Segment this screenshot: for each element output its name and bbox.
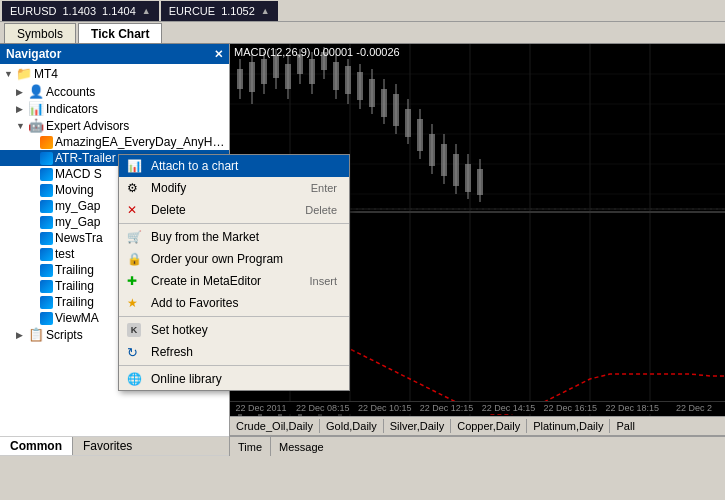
svg-rect-40	[381, 89, 387, 117]
time-6: 22 Dec 16:15	[539, 403, 601, 413]
bottom-tab-common[interactable]: Common	[0, 437, 73, 455]
ticker2-price: 1.1052	[221, 5, 255, 17]
ea-icon-1	[40, 136, 53, 149]
ctx-refresh[interactable]: ↻ Refresh	[119, 341, 349, 363]
create-icon: ✚	[127, 274, 137, 288]
ea-icon-viewma	[40, 312, 53, 325]
ea-icon-moving	[40, 184, 53, 197]
hotkey-icon: K	[127, 323, 141, 337]
ea-icon-atr	[40, 152, 53, 165]
nav-item-accounts[interactable]: ▶ 👤 Accounts	[0, 83, 229, 100]
svg-rect-34	[345, 66, 351, 94]
accounts-icon: 👤	[28, 84, 44, 99]
svg-rect-54	[465, 164, 471, 192]
symbol-copper[interactable]: Copper,Daily	[451, 419, 527, 433]
ticker-arrow-icon: ▲	[142, 6, 151, 16]
ticker-eurcue[interactable]: EURCUE 1.1052 ▲	[161, 1, 278, 21]
ea-icon-mygap1	[40, 200, 53, 213]
ctx-attach[interactable]: 📊 Attach to a chart	[119, 155, 349, 177]
chart-time-axis: 22 Dec 2011 22 Dec 08:15 22 Dec 10:15 22…	[230, 401, 725, 414]
svg-rect-52	[453, 154, 459, 186]
ctx-hotkey[interactable]: K Set hotkey	[119, 319, 349, 341]
time-7: 22 Dec 18:15	[601, 403, 663, 413]
create-shortcut: Insert	[309, 275, 337, 287]
svg-rect-20	[261, 59, 267, 84]
ctx-sep1	[119, 223, 349, 224]
svg-rect-28	[309, 59, 315, 84]
ea-item-1[interactable]: AmazingEA_EveryDay_AnyHou	[0, 134, 229, 150]
ctx-sep2	[119, 316, 349, 317]
ctx-delete[interactable]: ✕ Delete Delete	[119, 199, 349, 221]
ctx-modify[interactable]: ⚙ Modify Enter	[119, 177, 349, 199]
delete-icon: ✕	[127, 203, 137, 217]
symbol-platinum[interactable]: Platinum,Daily	[527, 419, 610, 433]
ctx-buy[interactable]: 🛒 Buy from the Market	[119, 226, 349, 248]
svg-rect-42	[393, 94, 399, 126]
tab-symbols[interactable]: Symbols	[4, 23, 76, 43]
ctx-order[interactable]: 🔒 Order your own Program	[119, 248, 349, 270]
ticker-eurusd[interactable]: EURUSD 1.1403 1.1404 ▲	[2, 1, 159, 21]
ticker2-symbol: EURCUE	[169, 5, 215, 17]
symbol-crude[interactable]: Crude_Oil,Daily	[230, 419, 320, 433]
bottom-tab-favorites[interactable]: Favorites	[73, 437, 142, 455]
expand-accounts-icon: ▶	[16, 87, 26, 97]
expand-scripts-icon: ▶	[16, 330, 26, 340]
order-icon: 🔒	[127, 252, 142, 266]
ticker-ask: 1.1404	[102, 5, 136, 17]
svg-rect-50	[441, 144, 447, 176]
status-time-col: Time	[230, 437, 271, 456]
expand-indicators-icon: ▶	[16, 104, 26, 114]
tab-bar: Symbols Tick Chart	[0, 22, 725, 44]
ctx-create[interactable]: ✚ Create in MetaEditor Insert	[119, 270, 349, 292]
ctx-sep3	[119, 365, 349, 366]
ea-folder-icon: 🤖	[28, 118, 44, 133]
folder-icon: 📁	[16, 66, 32, 81]
svg-rect-32	[333, 62, 339, 90]
favorites-icon: ★	[127, 296, 138, 310]
ea-icon-trailing2	[40, 280, 53, 293]
svg-rect-16	[237, 69, 243, 89]
ticker2-arrow-icon: ▲	[261, 6, 270, 16]
modify-shortcut: Enter	[311, 182, 337, 194]
tab-tick-chart[interactable]: Tick Chart	[78, 23, 162, 43]
chart-macd-label: MACD(12,26,9) 0.00001 -0.00026	[234, 46, 400, 58]
svg-rect-38	[369, 79, 375, 107]
indicators-icon: 📊	[28, 101, 44, 116]
symbols-bar: Crude_Oil,Daily Gold,Daily Silver,Daily …	[230, 416, 725, 436]
ea-icon-trailing1	[40, 264, 53, 277]
svg-rect-22	[273, 56, 279, 78]
svg-rect-48	[429, 134, 435, 166]
status-message-col: Message	[271, 437, 332, 456]
nav-item-indicators[interactable]: ▶ 📊 Indicators	[0, 100, 229, 117]
ctx-favorites[interactable]: ★ Add to Favorites	[119, 292, 349, 314]
ea-icon-test	[40, 248, 53, 261]
nav-item-expert-advisors[interactable]: ▼ 🤖 Expert Advisors	[0, 117, 229, 134]
symbol-silver[interactable]: Silver,Daily	[384, 419, 451, 433]
symbol-pall[interactable]: Pall	[610, 419, 640, 433]
navigator-close-icon[interactable]: ✕	[214, 48, 223, 61]
svg-rect-24	[285, 64, 291, 89]
ctx-online[interactable]: 🌐 Online library	[119, 368, 349, 390]
ea-icon-newstra	[40, 232, 53, 245]
ea-icon-macd	[40, 168, 53, 181]
ticker-bid: 1.1403	[62, 5, 96, 17]
symbol-gold[interactable]: Gold,Daily	[320, 419, 384, 433]
nav-bottom-area: Common Favorites	[0, 436, 229, 456]
time-1: 22 Dec 2011	[230, 403, 292, 413]
time-5: 22 Dec 14:15	[478, 403, 540, 413]
nav-root-mt4[interactable]: ▼ 📁 MT4	[0, 64, 229, 83]
svg-rect-56	[477, 169, 483, 195]
refresh-icon: ↻	[127, 345, 138, 360]
time-4: 22 Dec 12:15	[416, 403, 478, 413]
scripts-icon: 📋	[28, 327, 44, 342]
time-3: 22 Dec 10:15	[354, 403, 416, 413]
buy-icon: 🛒	[127, 230, 142, 244]
ea-icon-trailing3	[40, 296, 53, 309]
time-2: 22 Dec 08:15	[292, 403, 354, 413]
time-8: 22 Dec 2	[663, 403, 725, 413]
chart-status-bar: Time Message	[230, 436, 725, 456]
globe-icon: 🌐	[127, 372, 142, 386]
delete-shortcut: Delete	[305, 204, 337, 216]
attach-icon: 📊	[127, 159, 142, 173]
svg-rect-46	[417, 119, 423, 151]
